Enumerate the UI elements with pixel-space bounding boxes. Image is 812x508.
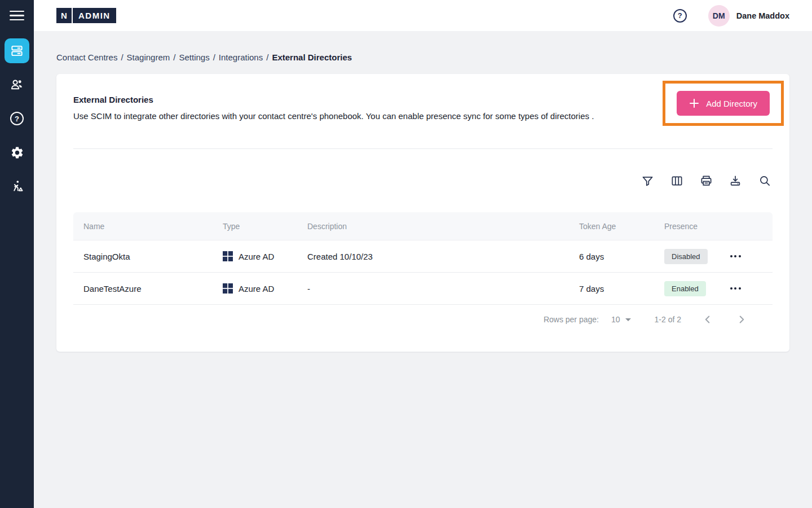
page-title: External Directories xyxy=(73,95,594,104)
row-menu-icon[interactable] xyxy=(728,249,743,264)
cell-actions xyxy=(725,281,773,296)
app-logo[interactable]: N ADMIN xyxy=(56,8,116,23)
breadcrumb-separator: / xyxy=(266,52,268,62)
column-header-token-age[interactable]: Token Age xyxy=(569,222,654,231)
column-header-name[interactable]: Name xyxy=(73,222,213,231)
cell-presence: Enabled xyxy=(654,281,725,296)
servers-icon xyxy=(10,43,24,58)
cell-description: - xyxy=(297,284,569,294)
breadcrumb-separator: / xyxy=(213,52,215,62)
pagination-range: 1-2 of 2 xyxy=(655,315,681,324)
content: Contact Centres/Stagingrem/Settings/Inte… xyxy=(34,31,812,508)
rows-per-page-label: Rows per page: xyxy=(544,315,599,324)
cell-type-label: Azure AD xyxy=(239,252,274,261)
status-badge: Enabled xyxy=(664,281,706,296)
breadcrumb-integrations[interactable]: Integrations xyxy=(219,52,263,62)
rows-per-page-value: 10 xyxy=(611,315,620,324)
sidebar-item-help[interactable]: ? xyxy=(5,106,29,131)
filter-icon[interactable] xyxy=(641,174,654,187)
menu-icon[interactable] xyxy=(0,0,34,31)
column-header-type[interactable]: Type xyxy=(213,222,297,231)
columns-icon[interactable] xyxy=(670,174,683,187)
topbar: N ADMIN ? DM Dane Maddox xyxy=(34,0,812,31)
sidebar: ? xyxy=(0,0,34,508)
construction-icon xyxy=(10,179,24,194)
cell-actions xyxy=(725,249,773,264)
azure-ad-icon xyxy=(223,251,233,261)
page-description: Use SCIM to integrate other directories … xyxy=(73,111,594,121)
download-icon[interactable] xyxy=(729,174,742,187)
chevron-left-icon xyxy=(701,313,714,326)
cell-token-age: 6 days xyxy=(569,252,654,261)
topbar-right: ? DM Dane Maddox xyxy=(673,5,789,27)
cell-token-age: 7 days xyxy=(569,284,654,294)
status-badge: Disabled xyxy=(664,249,708,264)
cell-presence: Disabled xyxy=(654,249,725,264)
sidebar-item-users[interactable] xyxy=(5,72,29,97)
chevron-down-icon xyxy=(625,318,631,321)
cell-name: StagingOkta xyxy=(73,252,213,261)
chevron-right-icon xyxy=(735,313,748,326)
plus-icon xyxy=(689,98,699,108)
user-name[interactable]: Dane Maddox xyxy=(736,11,789,20)
menu-icon-bars xyxy=(10,11,24,21)
breadcrumb: Contact Centres/Stagingrem/Settings/Inte… xyxy=(56,52,789,62)
table-toolbar xyxy=(56,149,789,212)
row-menu-icon[interactable] xyxy=(728,281,743,296)
column-header-description[interactable]: Description xyxy=(297,222,569,231)
directories-table: Name Type Description Token Age Presence… xyxy=(73,212,773,305)
add-directory-label: Add Directory xyxy=(706,99,757,108)
column-header-presence[interactable]: Presence xyxy=(654,222,725,231)
breadcrumb-separator: / xyxy=(121,52,123,62)
print-icon[interactable] xyxy=(699,174,713,187)
cell-name: DaneTestAzure xyxy=(73,284,213,294)
breadcrumb-contact-centres[interactable]: Contact Centres xyxy=(56,52,117,62)
pagination: Rows per page: 10 1-2 of 2 xyxy=(56,305,789,334)
help-icon[interactable]: ? xyxy=(673,9,687,23)
previous-page-button[interactable] xyxy=(700,312,715,327)
search-icon[interactable] xyxy=(758,174,771,187)
settings-gear-icon xyxy=(10,146,24,160)
logo-admin-block: ADMIN xyxy=(73,8,116,23)
cell-type: Azure AD xyxy=(213,251,297,261)
table-row[interactable]: StagingOkta Azure AD Created 10/10/23 6 … xyxy=(73,240,773,273)
cell-type: Azure AD xyxy=(213,283,297,294)
sidebar-item-settings[interactable] xyxy=(5,140,29,165)
sidebar-item-tools[interactable] xyxy=(5,174,29,199)
table-header-row: Name Type Description Token Age Presence xyxy=(73,212,773,240)
sidebar-nav: ? xyxy=(5,38,29,199)
cell-type-label: Azure AD xyxy=(239,284,274,294)
card-header-text: External Directories Use SCIM to integra… xyxy=(73,74,594,148)
cell-description: Created 10/10/23 xyxy=(297,252,569,261)
logo-n-block: N xyxy=(56,8,72,23)
rows-per-page-select[interactable]: 10 xyxy=(611,315,631,324)
breadcrumb-current: External Directories xyxy=(272,52,352,62)
sidebar-item-contact-centres[interactable] xyxy=(5,38,29,63)
azure-ad-icon xyxy=(223,283,233,294)
external-directories-card: External Directories Use SCIM to integra… xyxy=(56,74,789,352)
breadcrumb-settings[interactable]: Settings xyxy=(179,52,209,62)
next-page-button[interactable] xyxy=(734,312,749,327)
users-icon xyxy=(10,77,24,92)
annotation-highlight-box: Add Directory xyxy=(663,81,784,126)
main-area: N ADMIN ? DM Dane Maddox Contact Centres… xyxy=(34,0,812,508)
card-header: External Directories Use SCIM to integra… xyxy=(56,74,789,148)
avatar[interactable]: DM xyxy=(708,5,730,27)
breadcrumb-separator: / xyxy=(173,52,175,62)
breadcrumb-stagingrem[interactable]: Stagingrem xyxy=(127,52,170,62)
add-directory-button[interactable]: Add Directory xyxy=(677,91,770,116)
table-row[interactable]: DaneTestAzure Azure AD - 7 days Enabled xyxy=(73,273,773,305)
help-icon: ? xyxy=(10,112,24,125)
